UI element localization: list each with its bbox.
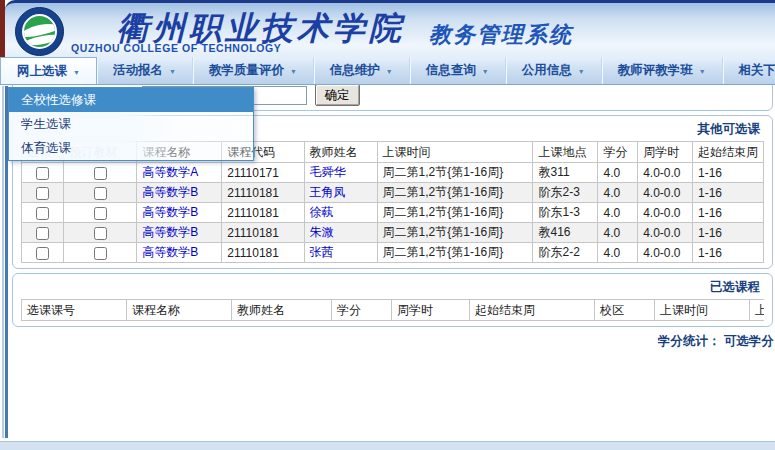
dropdown-menu-item[interactable]: 全校性选修课	[9, 88, 253, 112]
school-name-en: QUZHOU COLLEGE OF TECHNOLOGY	[71, 42, 281, 54]
nav-item[interactable]: 活动报名 ▼	[97, 57, 193, 84]
selected-courses-table: 选课课号 课程名称 教师姓名 学分 周学时 起始结束周 校区 上课时间	[21, 299, 764, 321]
nav-item[interactable]: 网上选课 ▼	[0, 57, 97, 84]
weekly-hours-cell: 4.0-0.0	[638, 203, 693, 223]
column-header: 学分	[598, 142, 638, 163]
nav-item-label: 网上选课	[17, 63, 67, 80]
credit-summary-label: 学分统计：	[658, 334, 721, 348]
class-place-cell: 教311	[533, 163, 598, 183]
column-header: 选课课号	[22, 300, 127, 321]
book-order-checkbox[interactable]	[94, 207, 107, 220]
table-header-row: 选课课号 课程名称 教师姓名 学分 周学时 起始结束周 校区 上课时间	[22, 300, 765, 321]
select-course-cell	[22, 163, 64, 183]
nav-item-label: 活动报名	[113, 62, 163, 79]
teacher-name-link[interactable]: 毛舜华	[304, 163, 377, 183]
class-time-cell: 周二第1,2节{第1-16周}	[377, 203, 533, 223]
weeks-cell: 1-16	[693, 163, 764, 183]
column-header: 周学时	[638, 142, 693, 163]
course-code-cell: 21110171	[222, 163, 304, 183]
logo-globe-icon	[22, 14, 57, 49]
course-name-link[interactable]: 高等数学B	[137, 183, 222, 203]
select-course-checkbox[interactable]	[36, 247, 49, 260]
column-header: 校区	[595, 300, 655, 321]
nav-item[interactable]: 公用信息 ▼	[506, 57, 602, 84]
header-banner: 衢州职业技术学院 QUZHOU COLLEGE OF TECHNOLOGY 教务…	[5, 0, 775, 57]
credit-cell: 4.0	[598, 223, 638, 243]
nav-item[interactable]: 教学质量评价 ▼	[193, 57, 314, 84]
nav-item-label: 信息维护	[330, 62, 380, 79]
nav-item-label: 教学质量评价	[209, 62, 284, 79]
teacher-name-link[interactable]: 王角凤	[304, 183, 377, 203]
weekly-hours-cell: 4.0-0.0	[638, 223, 693, 243]
select-course-checkbox[interactable]	[36, 227, 49, 240]
nav-item-label: 相关下载	[739, 62, 775, 79]
nav-item-label: 教师评教学班	[618, 62, 693, 79]
select-course-cell	[22, 183, 64, 203]
online-course-dropdown-menu: 全校性选修课 学生选课 体育选课	[8, 87, 254, 161]
course-code-cell: 21110181	[222, 183, 304, 203]
column-header: 教师姓名	[304, 142, 377, 163]
course-name-link[interactable]: 高等数学B	[137, 203, 222, 223]
book-order-checkbox[interactable]	[94, 167, 107, 180]
course-name-link[interactable]: 高等数学A	[137, 163, 222, 183]
column-header: 上课时间	[655, 300, 750, 321]
book-order-cell	[64, 183, 137, 203]
dropdown-menu-item[interactable]: 体育选课	[9, 136, 253, 160]
book-order-cell	[64, 163, 137, 183]
nav-item[interactable]: 信息查询 ▼	[410, 57, 506, 84]
teacher-name-link[interactable]: 徐蓻	[304, 203, 377, 223]
dropdown-menu-item[interactable]: 学生选课	[9, 112, 253, 136]
nav-item[interactable]: 相关下载	[723, 57, 775, 84]
teacher-name-link[interactable]: 张茜	[304, 243, 377, 263]
select-course-checkbox[interactable]	[36, 167, 49, 180]
nav-item-label: 公用信息	[522, 62, 572, 79]
confirm-button[interactable]: 确定	[315, 84, 360, 106]
frame-line-light	[2, 86, 4, 438]
nav-item[interactable]: 教师评教学班 ▼	[602, 57, 723, 84]
select-course-cell	[22, 243, 64, 263]
book-order-checkbox[interactable]	[94, 187, 107, 200]
credit-cell: 4.0	[598, 163, 638, 183]
course-name-link[interactable]: 高等数学B	[137, 243, 222, 263]
table-row: 高等数学A 21110171 毛舜华 周二第1,2节{第1-16周} 教311 …	[22, 163, 764, 183]
book-order-cell	[64, 243, 137, 263]
table-row: 高等数学B 21110181 张茜 周二第1,2节{第1-16周} 阶东2-2 …	[22, 243, 764, 263]
course-code-cell: 21110181	[222, 223, 304, 243]
class-place-cell: 阶东2-2	[533, 243, 598, 263]
system-name: 教务管理系统	[429, 20, 573, 50]
select-course-cell	[22, 203, 64, 223]
credit-cell: 4.0	[598, 243, 638, 263]
credit-cell: 4.0	[598, 203, 638, 223]
weekly-hours-cell: 4.0-0.0	[638, 183, 693, 203]
credit-summary-text: 可选学分	[724, 334, 774, 348]
chevron-down-icon: ▼	[290, 68, 297, 75]
chevron-down-icon: ▼	[699, 68, 706, 75]
chevron-down-icon: ▼	[73, 69, 80, 76]
class-time-cell: 周二第1,2节{第1-16周}	[377, 183, 533, 203]
column-header: 起始结束周	[470, 300, 595, 321]
credit-summary: 学分统计： 可选学分	[12, 333, 775, 350]
teacher-name-link[interactable]: 朱溦	[304, 223, 377, 243]
nav-item[interactable]: 信息维护 ▼	[314, 57, 410, 84]
class-time-cell: 周二第1,2节{第1-16周}	[377, 223, 533, 243]
book-order-cell	[64, 223, 137, 243]
table-row: 高等数学B 21110181 王角凤 周二第1,2节{第1-16周} 阶东2-3…	[22, 183, 764, 203]
nav-item-label: 信息查询	[426, 62, 476, 79]
chevron-down-icon: ▼	[386, 68, 393, 75]
select-course-checkbox[interactable]	[36, 187, 49, 200]
select-course-checkbox[interactable]	[36, 207, 49, 220]
chevron-down-icon: ▼	[169, 68, 176, 75]
class-place-cell: 阶东2-3	[533, 183, 598, 203]
class-time-cell: 周二第1,2节{第1-16周}	[377, 243, 533, 263]
column-header: 周学时	[392, 300, 470, 321]
selected-courses-panel: 已选课程 选课课号 课程名称 教师姓名 学分 周学时 起始结束周	[12, 273, 773, 327]
course-name-link[interactable]: 高等数学B	[137, 223, 222, 243]
class-place-cell: 阶东1-3	[533, 203, 598, 223]
table-row: 高等数学B 21110181 朱溦 周二第1,2节{第1-16周} 教416 4…	[22, 223, 764, 243]
weekly-hours-cell: 4.0-0.0	[638, 243, 693, 263]
weeks-cell: 1-16	[693, 223, 764, 243]
book-order-checkbox[interactable]	[94, 247, 107, 260]
course-code-cell: 21110181	[222, 203, 304, 223]
selected-courses-title: 已选课程	[21, 278, 764, 299]
book-order-checkbox[interactable]	[94, 227, 107, 240]
